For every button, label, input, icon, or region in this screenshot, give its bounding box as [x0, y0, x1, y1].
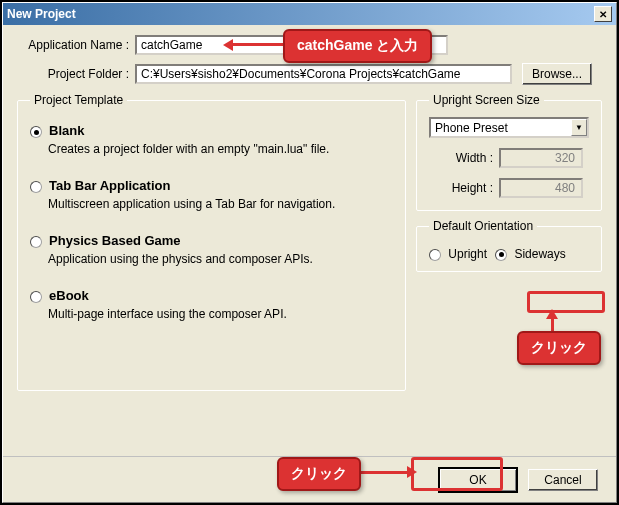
project-template-fieldset: Project Template Blank Creates a project…	[17, 93, 406, 391]
new-project-window: New Project ✕ Application Name : catchGa…	[2, 2, 617, 503]
titlebar-buttons: ✕	[594, 6, 612, 22]
annotation-click-ok: クリック	[277, 457, 361, 491]
template-desc-tabbar: Multiscreen application using a Tab Bar …	[48, 197, 393, 211]
annotation-arrow	[231, 43, 285, 46]
radio-sideways[interactable]	[495, 249, 507, 261]
project-folder-label: Project Folder :	[17, 67, 135, 81]
phone-preset-select[interactable]: Phone Preset ▼	[429, 117, 589, 138]
highlight-ok	[411, 457, 503, 491]
template-title-ebook: eBook	[49, 288, 89, 303]
upright-label: Upright	[448, 247, 487, 261]
template-option-blank[interactable]: Blank	[30, 123, 393, 138]
orientation-options: Upright Sideways	[429, 247, 589, 261]
browse-button[interactable]: Browse...	[522, 63, 592, 85]
titlebar: New Project ✕	[3, 3, 616, 25]
project-folder-input[interactable]: C:¥Users¥sisho2¥Documents¥Corona Project…	[135, 64, 512, 84]
template-title-physics: Physics Based Game	[49, 233, 181, 248]
annotation-input-text: catchGame と入力	[283, 29, 432, 63]
cancel-button[interactable]: Cancel	[528, 469, 598, 491]
radio-ebook[interactable]	[30, 291, 42, 303]
highlight-sideways	[527, 291, 605, 313]
window-title: New Project	[7, 7, 76, 21]
annotation-arrow-head	[223, 39, 233, 51]
chevron-down-icon[interactable]: ▼	[571, 119, 587, 136]
width-input[interactable]: 320	[499, 148, 583, 168]
project-folder-row: Project Folder : C:¥Users¥sisho2¥Documen…	[17, 63, 602, 85]
width-label: Width :	[429, 151, 499, 165]
annotation-arrow-head	[546, 309, 558, 319]
height-row: Height : 480	[429, 178, 589, 198]
template-desc-ebook: Multi-page interface using the composer …	[48, 307, 393, 321]
preset-value: Phone Preset	[435, 121, 508, 135]
radio-physics[interactable]	[30, 236, 42, 248]
template-title-tabbar: Tab Bar Application	[49, 178, 170, 193]
height-label: Height :	[429, 181, 499, 195]
columns: Project Template Blank Creates a project…	[17, 93, 602, 391]
orientation-fieldset: Default Orientation Upright Sideways	[416, 219, 602, 272]
radio-blank[interactable]	[30, 126, 42, 138]
screen-size-legend: Upright Screen Size	[429, 93, 544, 107]
template-desc-physics: Application using the physics and compos…	[48, 252, 393, 266]
width-row: Width : 320	[429, 148, 589, 168]
app-name-label: Application Name :	[17, 38, 135, 52]
close-icon[interactable]: ✕	[594, 6, 612, 22]
height-input[interactable]: 480	[499, 178, 583, 198]
orientation-upright[interactable]: Upright	[429, 247, 487, 261]
annotation-arrow-head	[407, 466, 417, 478]
radio-tabbar[interactable]	[30, 181, 42, 193]
annotation-arrow	[353, 471, 409, 474]
left-column: Project Template Blank Creates a project…	[17, 93, 406, 391]
template-title-blank: Blank	[49, 123, 84, 138]
template-desc-blank: Creates a project folder with an empty "…	[48, 142, 393, 156]
sideways-label: Sideways	[514, 247, 565, 261]
radio-upright[interactable]	[429, 249, 441, 261]
screen-size-fieldset: Upright Screen Size Phone Preset ▼ Width…	[416, 93, 602, 211]
orientation-sideways[interactable]: Sideways	[495, 247, 566, 261]
template-option-ebook[interactable]: eBook	[30, 288, 393, 303]
template-option-physics[interactable]: Physics Based Game	[30, 233, 393, 248]
template-legend: Project Template	[30, 93, 127, 107]
template-option-tabbar[interactable]: Tab Bar Application	[30, 178, 393, 193]
annotation-click-sideways: クリック	[517, 331, 601, 365]
orientation-legend: Default Orientation	[429, 219, 537, 233]
